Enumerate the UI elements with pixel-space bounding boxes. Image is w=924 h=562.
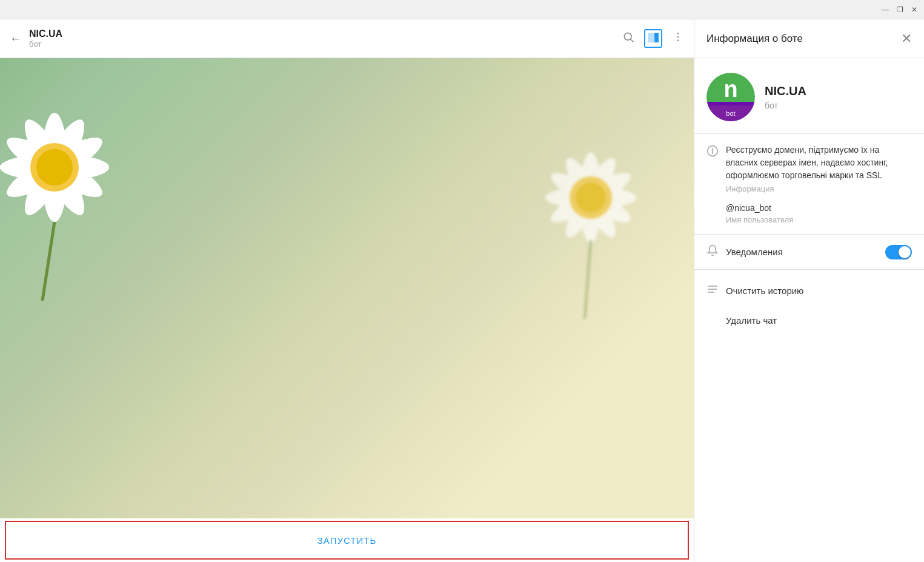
titlebar: — ❐ ✕ [0,0,924,19]
delete-chat-row[interactable]: Удалить чат [694,307,924,334]
svg-point-35 [576,182,606,213]
maximize-button[interactable]: ❐ [895,5,905,15]
chat-panel: ← NIC.UA бот [0,19,694,562]
svg-point-0 [624,33,631,40]
svg-point-4 [677,33,679,35]
svg-line-21 [42,222,55,301]
svg-rect-3 [654,33,659,42]
notification-bell-icon [706,244,726,259]
chat-header-info: NIC.UA бот [29,28,622,49]
bot-avatar: n bot [706,73,755,121]
svg-rect-2 [648,33,654,42]
toggle-knob [899,246,911,258]
titlebar-close-button[interactable]: ✕ [909,5,919,15]
more-options-icon[interactable] [672,31,684,46]
notifications-toggle[interactable] [885,245,912,259]
info-panel: Информация о боте ✕ n bot NIC.UA бот [694,19,924,562]
chat-header-actions [622,29,684,48]
chat-title: NIC.UA [29,28,622,39]
delete-chat-label: Удалить чат [726,315,777,326]
info-panel-title: Информация о боте [706,33,901,45]
description-text: Реєструємо домени, підтримуємо їх на вла… [726,144,912,182]
bot-avatar-badge: bot [706,105,755,121]
flower-left-decoration [0,58,194,301]
chat-body [0,58,694,518]
clear-history-row[interactable]: Очистить историю [694,275,924,307]
info-panel-header: Информация о боте ✕ [694,19,924,58]
search-icon[interactable] [622,31,634,46]
notifications-section: Уведомления [694,235,924,270]
description-content: Реєструємо домени, підтримуємо їх на вла… [726,144,912,193]
bot-name: NIC.UA [765,84,806,98]
panel-toggle-icon[interactable] [644,29,662,48]
svg-point-6 [677,40,679,42]
username-content: @nicua_bot Имя пользователя [726,203,912,224]
info-description-section: Реєструємо домени, підтримуємо їх на вла… [694,134,924,235]
info-close-button[interactable]: ✕ [901,31,912,47]
description-label: Информация [726,184,912,193]
clear-history-label: Очистить историю [726,286,803,296]
minimize-button[interactable]: — [880,5,890,15]
username-row: @nicua_bot Имя пользователя [706,193,912,224]
app-container: ← NIC.UA бот [0,19,924,562]
username-value: @nicua_bot [726,203,912,213]
bot-avatar-letter: n [723,78,737,101]
notifications-row: Уведомления [706,235,912,269]
bot-profile-info: NIC.UA бот [765,84,806,110]
notifications-label: Уведомления [726,247,885,257]
username-label: Имя пользователя [726,215,912,224]
start-button-container[interactable]: ЗАПУСТИТЬ [5,521,689,560]
chat-subtitle: бот [29,39,622,49]
actions-section: Очистить историю Удалить чат [694,270,924,339]
svg-line-1 [631,39,634,42]
chat-header: ← NIC.UA бот [0,19,694,58]
svg-point-20 [36,149,73,186]
flower-right-decoration [494,107,663,319]
svg-point-5 [677,36,679,38]
bot-subtitle: бот [765,101,806,110]
svg-line-36 [585,240,591,319]
back-button[interactable]: ← [10,32,22,45]
clear-history-icon [706,283,726,298]
chat-background [0,58,694,518]
info-icon [706,145,726,160]
bot-profile: n bot NIC.UA бот [694,58,924,134]
start-button[interactable]: ЗАПУСТИТЬ [6,522,688,558]
description-row: Реєструємо домени, підтримуємо їх на вла… [706,144,912,193]
